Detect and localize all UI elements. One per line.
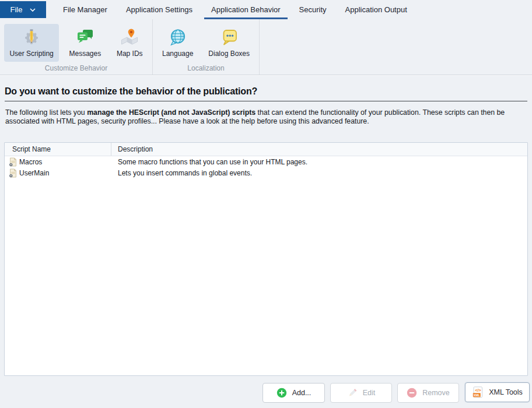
ribbon-tab-strip: File Manager Application Settings Applic…	[56, 0, 419, 19]
page-heading-underline: Do you want to customize the behavior of…	[5, 86, 527, 101]
ribbon-group-customize-behavior: User Scripting Messages	[0, 19, 153, 75]
edit-icon	[347, 388, 358, 398]
tab-file-manager[interactable]: File Manager	[56, 0, 114, 19]
script-description: Some macro functions that you can use in…	[111, 158, 527, 166]
table-body: Macros Some macro functions that you can…	[5, 156, 527, 178]
script-file-icon	[8, 157, 18, 167]
map-pin-icon	[120, 27, 139, 47]
ribbon-button-label: Language	[162, 50, 193, 58]
script-name: Macros	[19, 158, 42, 166]
xml-tools-button[interactable]: </> XML XML Tools	[465, 382, 530, 402]
ribbon-button-user-scripting[interactable]: User Scripting	[4, 24, 58, 62]
intro-text: The following list lets you manage the H…	[5, 108, 527, 126]
ribbon-button-messages[interactable]: Messages	[64, 24, 106, 62]
speech-bubble-icon	[219, 27, 239, 47]
xml-tools-button-label: XML Tools	[489, 388, 523, 396]
file-menu-button[interactable]: File	[0, 1, 46, 18]
script-file-icon	[8, 168, 18, 178]
file-menu-label: File	[10, 5, 23, 14]
intro-text-bold: manage the HEScript (and not JavaScript)…	[87, 108, 256, 117]
intro-text-before: The following list lets you	[5, 108, 87, 117]
add-button-label: Add...	[292, 389, 312, 397]
page-content: Do you want to customize the behavior of…	[0, 76, 532, 126]
menu-bar: File File Manager Application Settings A…	[0, 0, 532, 19]
ribbon-group-label: Customize Behavior	[0, 64, 152, 72]
gear-pencil-icon	[22, 27, 41, 47]
ribbon-group-localization: Language Dialog Boxes Localization	[153, 19, 260, 75]
tab-security[interactable]: Security	[292, 0, 334, 19]
table-row-usermain[interactable]: UserMain Lets you insert commands in glo…	[5, 167, 527, 178]
xml-icon: </> XML	[472, 386, 484, 398]
edit-button: Edit	[330, 383, 392, 403]
tab-application-behavior[interactable]: Application Behavior	[204, 0, 288, 19]
table-row-macros[interactable]: Macros Some macro functions that you can…	[5, 156, 527, 167]
script-description: Lets you insert commands in global event…	[111, 169, 527, 177]
scripts-table: Script Name Description Macros Some macr	[4, 142, 528, 376]
ribbon-button-label: Map IDs	[117, 50, 143, 58]
script-name: UserMain	[19, 169, 49, 177]
ribbon-button-label: Messages	[69, 50, 101, 58]
remove-icon	[407, 388, 417, 398]
ribbon: User Scripting Messages	[0, 19, 532, 75]
ribbon-button-dialog-boxes[interactable]: Dialog Boxes	[203, 24, 255, 62]
ribbon-button-language[interactable]: Language	[157, 24, 198, 62]
column-header-description[interactable]: Description	[111, 143, 527, 156]
svg-text:</>: </>	[475, 388, 481, 392]
tab-application-output[interactable]: Application Output	[338, 0, 414, 19]
tab-application-settings[interactable]: Application Settings	[119, 0, 200, 19]
application-window: File File Manager Application Settings A…	[0, 0, 532, 408]
remove-button: Remove	[397, 383, 459, 403]
svg-text:XML: XML	[474, 393, 481, 397]
globe-icon	[168, 27, 188, 47]
add-icon	[276, 388, 287, 398]
ribbon-button-map-ids[interactable]: Map IDs	[111, 24, 148, 62]
column-header-script-name[interactable]: Script Name	[5, 143, 111, 156]
chat-bubbles-icon	[75, 27, 95, 47]
chevron-down-icon	[30, 8, 36, 12]
edit-button-label: Edit	[363, 389, 376, 397]
remove-button-label: Remove	[422, 389, 450, 397]
add-button[interactable]: Add...	[262, 383, 325, 403]
page-title: Do you want to customize the behavior of…	[5, 86, 527, 97]
ribbon-group-label: Localization	[153, 64, 259, 72]
table-header: Script Name Description	[5, 143, 527, 156]
ribbon-button-label: User Scripting	[9, 50, 53, 58]
ribbon-button-label: Dialog Boxes	[208, 50, 250, 58]
